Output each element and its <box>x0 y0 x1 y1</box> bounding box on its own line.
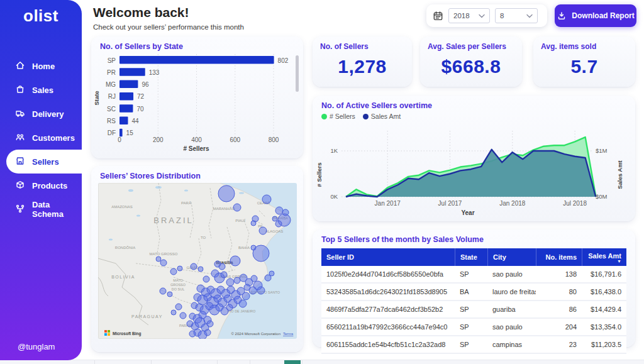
shopping-bag-icon <box>15 84 25 96</box>
sort-descending-icon: ▼ <box>617 260 621 263</box>
sidebar-item-label: Products <box>32 181 67 190</box>
home-icon <box>15 60 25 72</box>
svg-text:PARAGUAY: PARAGUAY <box>131 314 163 319</box>
download-icon <box>557 11 567 21</box>
table-cell: 138 <box>536 266 582 282</box>
chart-scrollbar[interactable] <box>296 55 299 92</box>
kpi-title: Avg. items sold <box>541 42 596 51</box>
svg-text:SC: SC <box>107 106 116 113</box>
top-sellers-table: Seller IDStateCityNo. itemsSales Amt▼102… <box>321 248 626 354</box>
sidebar-item-label: Sales <box>32 85 53 95</box>
divider <box>217 360 218 364</box>
sidebar-item-sales[interactable]: Sales <box>0 78 82 102</box>
sidebar-item-label: Customers <box>32 133 75 143</box>
kpi-card-avg-sales: Avg. Sales per Sellers $668.8 <box>420 36 522 87</box>
top-sellers-table-card: Top 5 Sellers of the month by Sales Volu… <box>313 229 635 347</box>
brazil-bubble-map[interactable]: AMAZONASPARÁMARANHÃOCEARÁPIAUÍPEPARAÍBAA… <box>98 183 297 339</box>
sidebar-item-sellers[interactable]: Sellers <box>6 150 82 174</box>
svg-text:SP: SP <box>108 57 116 64</box>
table-cell: $11,203.5 <box>582 336 626 353</box>
svg-text:800: 800 <box>269 136 279 143</box>
sellers-by-state-bar-chart[interactable]: 0200400600800SP802PR133MG96RJ72SC70RS44D… <box>94 54 296 155</box>
active-page-indicator[interactable] <box>284 360 301 364</box>
table-cell: campinas <box>487 336 536 353</box>
svg-text:Terms: Terms <box>283 332 293 336</box>
navy-legend-dot <box>363 114 369 119</box>
table-cell: 53243585a1d6dc2643021fd1853d8905 <box>321 284 455 300</box>
date-filter-bar: 2018 8 <box>426 4 547 27</box>
table-cell: guariba <box>487 301 536 317</box>
table-cell: BA <box>455 284 487 300</box>
kpi-value: $668.8 <box>420 56 522 77</box>
app-logo: olist <box>0 6 82 26</box>
active-sellers-area-chart[interactable]: Jan 2017Jul 2017Jan 2018Jul 2018Year1K0K… <box>313 123 635 219</box>
table-cell: 204 <box>536 319 582 335</box>
people-icon <box>15 132 25 144</box>
svg-text:BRAZIL: BRAZIL <box>153 216 194 225</box>
legend-item-sales-amt[interactable]: Sales Amt <box>363 113 401 120</box>
table-cell: SP <box>455 336 487 353</box>
table-row[interactable]: 53243585a1d6dc2643021fd1853d8905BAlauro … <box>321 284 626 301</box>
month-select[interactable]: 8 <box>495 8 538 23</box>
sidebar-nav: Home Sales Delivery Customers Sellers Pr… <box>0 54 82 221</box>
svg-text:BOLIVIA: BOLIVIA <box>111 275 135 279</box>
svg-text:# Sellers: # Sellers <box>316 162 323 187</box>
svg-text:Jul 2018: Jul 2018 <box>563 200 587 207</box>
sidebar-item-products[interactable]: Products <box>0 174 82 197</box>
kpi-card-avg-items: Avg. items sold 5.7 <box>533 36 635 87</box>
kpi-value: 5.7 <box>533 56 635 77</box>
column-header-seller-id[interactable]: Seller ID <box>321 248 455 266</box>
column-header-state[interactable]: State <box>455 248 487 266</box>
svg-text:RS: RS <box>107 118 116 124</box>
sidebar-item-data-schema[interactable]: Data Schema <box>0 197 82 221</box>
download-report-button[interactable]: Download Report <box>555 4 636 27</box>
table-cell: $13,354.0 <box>582 319 626 335</box>
sidebar-item-label: Home <box>32 62 55 71</box>
svg-text:0K: 0K <box>330 193 338 200</box>
table-row[interactable]: 6560211a19b47992c3666cc44a7e94c0SPsao pa… <box>321 319 626 336</box>
table-cell: 6061155addc1e54b4cfb51c1c2a32ad8 <box>321 336 455 353</box>
svg-text:TO: TO <box>201 236 206 240</box>
table-cell: 6560211a19b47992c3666cc44a7e94c0 <box>321 319 455 335</box>
kpi-title: No. of Sellers <box>320 42 369 51</box>
sidebar-item-label: Data Schema <box>32 200 82 219</box>
table-cell: sao paulo <box>487 319 536 335</box>
table-row[interactable]: 1025f0e2d44d7041d6cf58b6550e0bfaSPsao pa… <box>321 266 626 284</box>
schema-icon <box>15 204 25 216</box>
column-header-city[interactable]: City <box>487 248 536 266</box>
svg-text:MATO: MATO <box>173 279 183 282</box>
table-row[interactable]: 6061155addc1e54b4cfb51c1c2a32ad8SPcampin… <box>321 336 626 354</box>
sidebar-item-home[interactable]: Home <box>0 54 82 78</box>
svg-text:Microsoft Bing: Microsoft Bing <box>113 331 142 336</box>
table-cell: lauro de freitas <box>487 284 536 300</box>
year-select-value: 2018 <box>453 12 470 19</box>
sidebar-item-customers[interactable]: Customers <box>0 126 82 150</box>
divider <box>250 360 250 364</box>
svg-text:Jan 2018: Jan 2018 <box>499 200 526 207</box>
svg-text:RONDÔNIA: RONDÔNIA <box>115 246 135 250</box>
svg-text:133: 133 <box>149 69 160 76</box>
year-select[interactable]: 2018 <box>448 8 490 23</box>
storefront-icon <box>15 156 25 168</box>
legend-item-sellers[interactable]: # Sellers <box>321 113 355 120</box>
chart-legend: # Sellers Sales Amt <box>321 113 401 120</box>
map-title: Sellers’ Stores Distribution <box>100 172 201 180</box>
column-header-no-items[interactable]: No. items <box>536 248 582 266</box>
kpi-title: Avg. Sales per Sellers <box>428 42 506 51</box>
table-row[interactable]: 4869f7a5dfa277a7dca6462dcf3b52b2SPguarib… <box>321 301 626 319</box>
column-header-sales-amt[interactable]: Sales Amt▼ <box>582 248 626 266</box>
svg-text:AMAZONAS: AMAZONAS <box>111 205 133 209</box>
table-header-row: Seller IDStateCityNo. itemsSales Amt▼ <box>321 248 626 266</box>
sidebar-item-delivery[interactable]: Delivery <box>0 102 82 126</box>
table-cell: SP <box>455 319 487 335</box>
area-chart-title: No. of Active Sellers overtime <box>321 101 432 110</box>
svg-text:200: 200 <box>153 136 164 143</box>
divider <box>151 360 152 364</box>
table-cell: $16,791.6 <box>582 266 626 282</box>
svg-text:State: State <box>94 91 100 105</box>
table-cell: SP <box>455 266 487 282</box>
truck-icon <box>15 108 25 120</box>
svg-text:96: 96 <box>142 81 149 88</box>
svg-text:72: 72 <box>137 93 145 100</box>
svg-text:15: 15 <box>126 130 134 136</box>
